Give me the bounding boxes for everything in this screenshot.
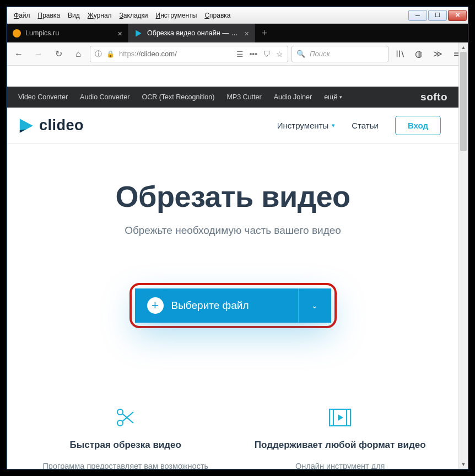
browser-toolbar: ← → ↻ ⌂ ⓘ 🔒 https://clideo.com/ ☰ ••• ⛉ … [7, 42, 468, 66]
feature-any-format: Поддерживает любой формат видео Онлайн и… [244, 405, 437, 469]
highlight-annotation: + Выберите файл ⌄ [129, 283, 337, 328]
more-icon[interactable]: ••• [249, 50, 257, 58]
scissors-icon [29, 405, 222, 430]
site-header: clideo Инструменты▾ Статьи Вход [7, 108, 458, 144]
nav-tools[interactable]: Инструменты▾ [277, 121, 336, 130]
scroll-thumb[interactable] [460, 52, 467, 151]
feature-title: Быстрая обрезка видео [29, 440, 222, 451]
tabstrip: Lumpics.ru × Обрезка видео онлайн — Обр … [7, 24, 468, 42]
home-button[interactable]: ⌂ [70, 46, 87, 62]
page-subtitle: Обрежьте необходимую часть вашего видео [29, 224, 436, 237]
tab-close-icon[interactable]: × [117, 29, 122, 38]
svg-line-3 [402, 51, 403, 57]
shield-icon[interactable]: ⛉ [263, 50, 271, 58]
softo-link[interactable]: Video Converter [18, 93, 68, 101]
svg-point-7 [117, 409, 123, 415]
login-button[interactable]: Вход [395, 116, 441, 135]
library-icon[interactable] [392, 46, 408, 62]
minimize-button[interactable]: ─ [408, 10, 427, 21]
menu-edit[interactable]: Правка [35, 10, 64, 21]
chevron-down-icon: ▾ [332, 122, 335, 129]
softo-link[interactable]: MP3 Cutter [226, 93, 261, 101]
search-input[interactable]: 🔍 Поиск [292, 46, 388, 62]
bookmark-icon[interactable]: ☆ [276, 50, 283, 58]
page-title: Обрезать видео [29, 179, 436, 213]
search-icon: 🔍 [296, 50, 305, 58]
scroll-up-button[interactable]: ▲ [459, 42, 468, 52]
play-frame-icon [244, 405, 437, 430]
tab-clideo[interactable]: Обрезка видео онлайн — Обр × [128, 24, 255, 42]
menu-bookmarks[interactable]: Закладки [116, 10, 152, 21]
url-text: https://clideo.com/ [119, 50, 232, 58]
sidebar-icon[interactable]: ≫ [429, 46, 446, 62]
tab-label: Lumpics.ru [25, 29, 113, 37]
menu-file[interactable]: Файл [10, 10, 34, 21]
svg-marker-0 [136, 30, 142, 36]
softo-more[interactable]: ещё▾ [324, 93, 342, 101]
svg-line-10 [122, 412, 133, 421]
feature-desc: Онлайн инструмент для [244, 459, 437, 469]
feature-desc: Программа предоставляет вам возможность … [29, 459, 222, 469]
play-triangle-icon [17, 117, 35, 135]
menu-help[interactable]: Справка [201, 10, 234, 21]
softo-link[interactable]: OCR (Text Recognition) [142, 93, 214, 101]
svg-point-8 [117, 420, 123, 426]
extension-icon[interactable]: ◍ [411, 46, 427, 62]
choose-file-dropdown[interactable]: ⌄ [298, 288, 331, 323]
scroll-track[interactable] [459, 52, 468, 459]
softo-link[interactable]: Audio Converter [80, 93, 129, 101]
clideo-logo[interactable]: clideo [17, 117, 84, 135]
reader-icon[interactable]: ☰ [236, 50, 244, 58]
scroll-down-button[interactable]: ▼ [459, 459, 468, 469]
menubar: Файл Правка Вид Журнал Закладки Инструме… [7, 10, 234, 21]
tab-label: Обрезка видео онлайн — Обр [147, 29, 240, 37]
favicon-lumpics-icon [13, 29, 21, 38]
menu-tools[interactable]: Инструменты [153, 10, 201, 21]
features-row: Быстрая обрезка видео Программа предоста… [7, 350, 458, 469]
menu-view[interactable]: Вид [64, 10, 83, 21]
search-placeholder: Поиск [310, 50, 330, 58]
menu-history[interactable]: Журнал [84, 10, 115, 21]
back-button[interactable]: ← [10, 46, 27, 62]
choose-file-label: Выберите файл [171, 299, 249, 312]
favicon-clideo-icon [134, 29, 143, 38]
close-button[interactable]: ✕ [448, 10, 467, 21]
hero: Обрезать видео Обрежьте необходимую част… [7, 144, 458, 350]
softo-link[interactable]: Audio Joiner [274, 93, 312, 101]
chevron-down-icon: ⌄ [311, 301, 318, 310]
feature-fast-cut: Быстрая обрезка видео Программа предоста… [29, 405, 222, 469]
softo-nav: Video Converter Audio Converter OCR (Tex… [7, 87, 458, 108]
plus-icon: + [147, 297, 164, 314]
chevron-down-icon: ▾ [339, 94, 342, 100]
softo-logo: softo [420, 91, 447, 103]
nav-articles[interactable]: Статьи [352, 121, 379, 130]
tab-lumpics[interactable]: Lumpics.ru × [7, 24, 128, 42]
svg-marker-14 [338, 414, 343, 421]
window-titlebar: Файл Правка Вид Журнал Закладки Инструме… [7, 7, 468, 24]
new-tab-button[interactable]: + [255, 24, 274, 42]
lock-icon: 🔒 [106, 50, 115, 58]
vertical-scrollbar[interactable]: ▲ ▼ [458, 42, 468, 469]
feature-title: Поддерживает любой формат видео [244, 440, 437, 451]
clideo-wordmark: clideo [39, 117, 84, 134]
maximize-button[interactable]: ☐ [428, 10, 447, 21]
info-icon[interactable]: ⓘ [95, 49, 102, 59]
reload-button[interactable]: ↻ [50, 46, 67, 62]
url-input[interactable]: ⓘ 🔒 https://clideo.com/ ☰ ••• ⛉ ☆ [90, 46, 288, 62]
tab-close-icon[interactable]: × [244, 29, 249, 38]
svg-line-9 [122, 414, 133, 423]
forward-button[interactable]: → [30, 46, 47, 62]
choose-file-button[interactable]: + Выберите файл ⌄ [135, 288, 331, 323]
